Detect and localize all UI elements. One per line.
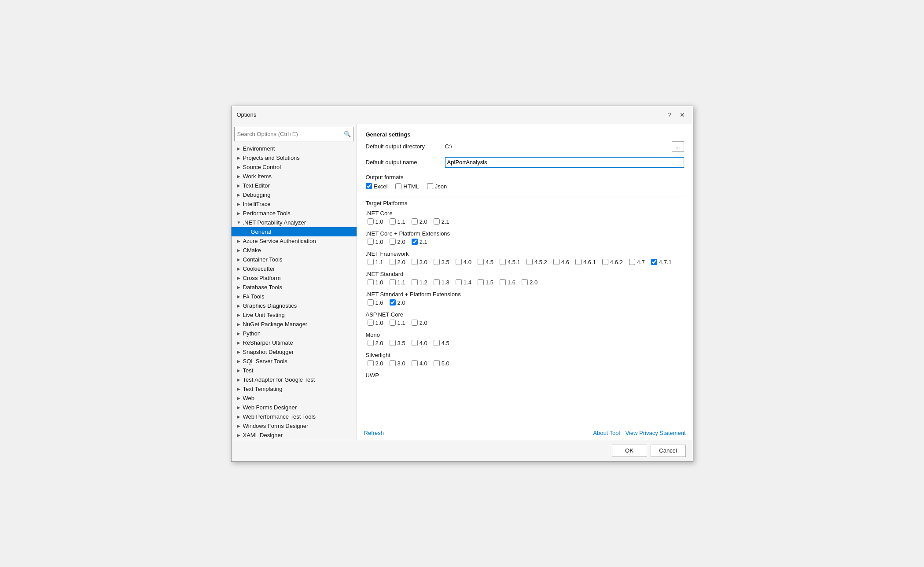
view-privacy-link[interactable]: View Privacy Statement	[625, 430, 685, 436]
ver-checkbox[interactable]	[478, 259, 484, 265]
ver-checkbox[interactable]	[553, 259, 560, 265]
ver-checkbox[interactable]	[368, 259, 374, 265]
format-checkbox-excel[interactable]	[366, 183, 372, 189]
ver-checkbox[interactable]	[412, 218, 418, 225]
ver-checkbox[interactable]	[456, 279, 462, 285]
tree-item-windows-forms-designer[interactable]: ▶Windows Forms Designer	[232, 421, 357, 431]
ver-checkbox[interactable]	[602, 259, 608, 265]
ver-checkbox[interactable]	[434, 259, 440, 265]
tree-item-environment[interactable]: ▶Environment	[232, 144, 357, 153]
help-button[interactable]: ?	[665, 110, 675, 120]
ver-checkbox[interactable]	[368, 360, 374, 366]
ver-checkbox[interactable]	[390, 320, 396, 326]
tree-item-source-control[interactable]: ▶Source Control	[232, 162, 357, 172]
name-input[interactable]	[445, 157, 684, 168]
tree-item-database-tools[interactable]: ▶Database Tools	[232, 283, 357, 292]
tree-item-azure-service-auth[interactable]: ▶Azure Service Authentication	[232, 236, 357, 246]
ver-checkbox[interactable]	[412, 360, 418, 366]
ver-checkbox[interactable]	[390, 340, 396, 346]
ver-checkbox[interactable]	[368, 299, 374, 306]
tree-item-live-unit-testing[interactable]: ▶Live Unit Testing	[232, 310, 357, 320]
ver-checkbox[interactable]	[390, 259, 396, 265]
tree-item-text-templating[interactable]: ▶Text Templating	[232, 384, 357, 394]
tree-item-intellitrace[interactable]: ▶IntelliTrace	[232, 199, 357, 209]
tree-item-net-portability-analyzer[interactable]: ▼.NET Portability Analyzer	[232, 218, 357, 227]
ver-checkbox[interactable]	[412, 340, 418, 346]
tree-container: ▶Environment▶Projects and Solutions▶Sour…	[232, 144, 357, 440]
ver-checkbox[interactable]	[390, 218, 396, 225]
close-button[interactable]: ✕	[677, 110, 688, 120]
tree-item-resharper-ultimate[interactable]: ▶ReSharper Ultimate	[232, 338, 357, 347]
tree-item-cookiecutter[interactable]: ▶Cookiecutter	[232, 264, 357, 273]
ver-checkbox[interactable]	[456, 259, 462, 265]
ver-item: 1.2	[412, 279, 427, 286]
ver-checkbox[interactable]	[390, 239, 396, 245]
ver-item: 2.0	[368, 360, 383, 367]
browse-button[interactable]: ...	[672, 141, 684, 152]
ver-checkbox[interactable]	[412, 239, 418, 245]
tree-item-container-tools[interactable]: ▶Container Tools	[232, 255, 357, 264]
format-checkbox-html[interactable]	[395, 183, 401, 189]
ver-item: 2.0	[412, 320, 427, 326]
ver-checkbox[interactable]	[651, 259, 657, 265]
ver-checkbox[interactable]	[434, 218, 440, 225]
ok-button[interactable]: OK	[612, 445, 647, 457]
ver-checkbox[interactable]	[500, 259, 506, 265]
tree-item-graphics-diagnostics[interactable]: ▶Graphics Diagnostics	[232, 301, 357, 310]
tree-item-fsharp-tools[interactable]: ▶F# Tools	[232, 292, 357, 301]
tree-item-web-forms-designer[interactable]: ▶Web Forms Designer	[232, 403, 357, 412]
tree-item-xaml-designer[interactable]: ▶XAML Designer	[232, 431, 357, 440]
tree-item-general[interactable]: General	[232, 227, 357, 236]
tree-label-web-forms-designer: Web Forms Designer	[243, 404, 354, 411]
ver-checkbox[interactable]	[629, 259, 635, 265]
ver-checkbox[interactable]	[390, 279, 396, 285]
tree-item-performance-tools[interactable]: ▶Performance Tools	[232, 209, 357, 218]
tree-item-cross-platform[interactable]: ▶Cross Platform	[232, 273, 357, 283]
ver-checkbox[interactable]	[478, 279, 484, 285]
ver-checkbox[interactable]	[368, 340, 374, 346]
cancel-button[interactable]: Cancel	[651, 445, 686, 457]
tree-item-projects-solutions[interactable]: ▶Projects and Solutions	[232, 153, 357, 162]
ver-checkbox[interactable]	[368, 218, 374, 225]
tree-item-cmake[interactable]: ▶CMake	[232, 246, 357, 255]
ver-checkbox[interactable]	[368, 239, 374, 245]
search-box-container[interactable]: 🔍	[234, 127, 354, 141]
platform-versions: 1.12.03.03.54.04.54.5.14.5.24.64.6.14.6.…	[366, 259, 684, 265]
ver-checkbox[interactable]	[368, 279, 374, 285]
tree-item-test-adapter-google[interactable]: ▶Test Adapter for Google Test	[232, 375, 357, 384]
tree-item-web[interactable]: ▶Web	[232, 394, 357, 403]
ver-label: 1.0	[375, 218, 383, 225]
ver-checkbox[interactable]	[390, 299, 396, 306]
tree-arrow-cookiecutter: ▶	[237, 266, 243, 271]
tree-item-debugging[interactable]: ▶Debugging	[232, 190, 357, 199]
refresh-link[interactable]: Refresh	[364, 430, 384, 436]
tree-item-snapshot-debugger[interactable]: ▶Snapshot Debugger	[232, 347, 357, 357]
about-tool-link[interactable]: About Tool	[593, 430, 620, 436]
ver-checkbox[interactable]	[390, 360, 396, 366]
ver-checkbox[interactable]	[522, 279, 528, 285]
ver-checkbox[interactable]	[575, 259, 582, 265]
ver-checkbox[interactable]	[434, 340, 440, 346]
search-input[interactable]	[237, 131, 344, 137]
tree-item-nuget-package-manager[interactable]: ▶NuGet Package Manager	[232, 320, 357, 329]
ver-checkbox[interactable]	[368, 320, 374, 326]
format-checkbox-json[interactable]	[427, 183, 433, 189]
ver-checkbox[interactable]	[526, 259, 533, 265]
tree-item-text-editor[interactable]: ▶Text Editor	[232, 181, 357, 190]
left-panel: 🔍 ▶Environment▶Projects and Solutions▶So…	[232, 124, 357, 440]
tree-item-web-perf-test-tools[interactable]: ▶Web Performance Test Tools	[232, 412, 357, 421]
tree-arrow-container-tools: ▶	[237, 257, 243, 262]
ver-checkbox[interactable]	[500, 279, 506, 285]
tree-item-work-items[interactable]: ▶Work Items	[232, 172, 357, 181]
ver-checkbox[interactable]	[412, 279, 418, 285]
tree-item-sql-server-tools[interactable]: ▶SQL Server Tools	[232, 357, 357, 366]
ver-checkbox[interactable]	[412, 259, 418, 265]
ver-checkbox[interactable]	[412, 320, 418, 326]
tree-item-python[interactable]: ▶Python	[232, 329, 357, 338]
formats-label: Output formats	[366, 174, 684, 180]
tree-item-test[interactable]: ▶Test	[232, 366, 357, 375]
tree-arrow-text-templating: ▶	[237, 387, 243, 391]
platforms-section: Target Platforms .NET Core1.01.12.02.1.N…	[366, 200, 684, 379]
ver-checkbox[interactable]	[434, 279, 440, 285]
ver-checkbox[interactable]	[434, 360, 440, 366]
